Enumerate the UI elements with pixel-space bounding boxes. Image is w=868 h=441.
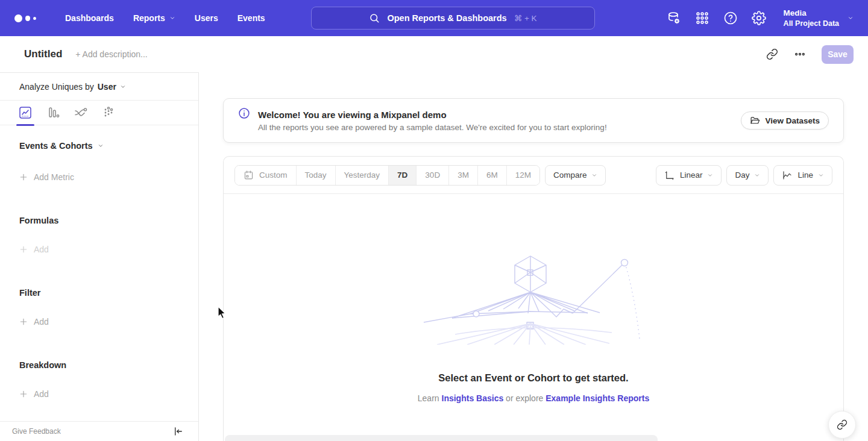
nav-users[interactable]: Users	[195, 13, 218, 23]
help-icon[interactable]	[723, 11, 738, 25]
empty-state-subtext: Learn Insights Basics or explore Example…	[418, 393, 649, 403]
add-filter-button[interactable]: Add	[19, 317, 198, 327]
search-shortcut: ⌘ + K	[514, 13, 537, 23]
chevron-down-icon	[754, 172, 760, 178]
tab-line-chart[interactable]	[18, 105, 33, 120]
info-icon	[238, 107, 250, 119]
add-breakdown-label: Add	[34, 389, 49, 399]
add-description-field[interactable]: + Add description...	[75, 49, 147, 59]
events-cohorts-label: Events & Cohorts	[19, 141, 93, 151]
compare-label: Compare	[553, 170, 587, 180]
range-30d[interactable]: 30D	[416, 166, 448, 185]
plus-icon	[19, 390, 28, 398]
nav-events[interactable]: Events	[237, 13, 265, 23]
range-today[interactable]: Today	[296, 166, 335, 185]
view-datasets-label: View Datasets	[765, 116, 820, 125]
range-12m[interactable]: 12M	[506, 166, 539, 185]
interval-dropdown[interactable]: Day	[726, 165, 769, 186]
project-switcher[interactable]: Media All Project Data	[784, 8, 854, 28]
chevron-down-icon	[169, 15, 175, 21]
mixpanel-logo-icon[interactable]	[14, 14, 36, 22]
settings-gear-icon[interactable]	[752, 11, 766, 25]
report-card: Custom Today Yesterday 7D 30D 3M 6M 12M …	[223, 156, 844, 441]
top-nav: Dashboards Reports Users Events Open Rep…	[0, 0, 868, 36]
chevron-down-icon	[98, 143, 104, 149]
welcome-banner: Welcome! You are viewing a Mixpanel demo…	[223, 98, 844, 143]
add-filter-label: Add	[34, 317, 49, 327]
apps-grid-icon[interactable]	[695, 11, 709, 25]
metric-type-tabs	[0, 101, 198, 125]
scale-dropdown[interactable]: Linear	[656, 165, 722, 186]
sidebar-footer: Give Feedback	[0, 421, 198, 441]
report-title[interactable]: Untitled	[24, 48, 62, 60]
chart-type-dropdown[interactable]: Line	[773, 165, 832, 186]
project-env: All Project Data	[784, 19, 839, 28]
add-metric-button[interactable]: Add Metric	[19, 172, 198, 182]
data-management-icon[interactable]	[667, 11, 681, 25]
formulas-header: Formulas	[19, 182, 198, 225]
banner-title: Welcome! You are viewing a Mixpanel demo	[258, 110, 607, 120]
chevron-down-icon	[707, 172, 713, 178]
add-breakdown-button[interactable]: Add	[19, 389, 198, 399]
plus-icon	[19, 317, 28, 326]
scale-label: Linear	[680, 170, 703, 180]
bottom-panel-peek	[225, 435, 658, 441]
query-builder-sidebar: Analyze Uniques by User Events & Cohorts…	[0, 72, 199, 441]
range-3m[interactable]: 3M	[448, 166, 477, 185]
range-custom-label: Custom	[259, 170, 288, 180]
learn-prefix: Learn	[418, 393, 439, 403]
range-6m[interactable]: 6M	[477, 166, 506, 185]
tab-bar-chart[interactable]	[46, 105, 60, 120]
formulas-label: Formulas	[19, 216, 58, 225]
range-7d[interactable]: 7D	[388, 166, 416, 185]
global-search[interactable]: Open Reports & Dashboards ⌘ + K	[311, 7, 595, 30]
analyze-row: Analyze Uniques by User	[0, 73, 198, 101]
breakdown-label: Breakdown	[19, 360, 66, 370]
analyze-value-dropdown[interactable]: User	[98, 82, 126, 92]
project-name: Media	[784, 8, 839, 19]
add-metric-label: Add Metric	[34, 172, 74, 182]
chart-toolbar: Custom Today Yesterday 7D 30D 3M 6M 12M …	[224, 157, 843, 194]
plus-icon	[19, 173, 28, 181]
analyze-label: Analyze Uniques by	[19, 82, 94, 92]
share-link-fab[interactable]	[828, 411, 856, 439]
chevron-down-icon	[818, 172, 824, 178]
collapse-sidebar-icon[interactable]	[173, 426, 184, 437]
folder-icon	[750, 116, 760, 126]
nav-reports-label: Reports	[133, 13, 165, 23]
compare-button[interactable]: Compare	[545, 165, 606, 186]
save-button[interactable]: Save	[822, 45, 854, 64]
filter-label: Filter	[19, 288, 40, 298]
more-options-icon[interactable]	[794, 48, 806, 60]
date-range-control: Custom Today Yesterday 7D 30D 3M 6M 12M	[234, 165, 540, 186]
connector-text: or explore	[506, 393, 543, 403]
range-yesterday[interactable]: Yesterday	[335, 166, 389, 185]
tab-scatter[interactable]	[101, 105, 116, 120]
nav-dashboards[interactable]: Dashboards	[65, 13, 114, 23]
events-cohorts-header[interactable]: Events & Cohorts	[19, 125, 198, 151]
empty-state-title: Select an Event or Cohort to get started…	[438, 372, 628, 384]
breakdown-header: Breakdown	[19, 327, 198, 370]
copy-link-icon[interactable]	[766, 48, 778, 60]
chevron-down-icon	[120, 84, 126, 90]
chevron-down-icon	[848, 15, 854, 21]
nav-events-label: Events	[237, 13, 265, 23]
banner-subtitle: All the reports you see are powered by a…	[258, 123, 607, 132]
link-icon	[837, 419, 848, 430]
give-feedback-link[interactable]: Give Feedback	[12, 427, 61, 436]
example-reports-link[interactable]: Example Insights Reports	[546, 393, 649, 403]
tab-flow[interactable]	[74, 105, 88, 120]
range-custom[interactable]: Custom	[235, 166, 296, 185]
insights-basics-link[interactable]: Insights Basics	[442, 393, 504, 403]
calendar-icon	[244, 170, 254, 180]
nav-reports[interactable]: Reports	[133, 13, 175, 23]
empty-state-illustration	[419, 254, 648, 345]
interval-label: Day	[735, 170, 749, 180]
add-formula-label: Add	[34, 245, 49, 254]
empty-state: Select an Event or Cohort to get started…	[224, 194, 843, 441]
view-datasets-button[interactable]: View Datasets	[741, 111, 829, 130]
add-formula-button[interactable]: Add	[19, 245, 198, 254]
line-chart-icon	[782, 170, 793, 181]
chevron-down-icon	[591, 172, 597, 178]
report-header: Untitled + Add description... Save	[0, 36, 868, 72]
